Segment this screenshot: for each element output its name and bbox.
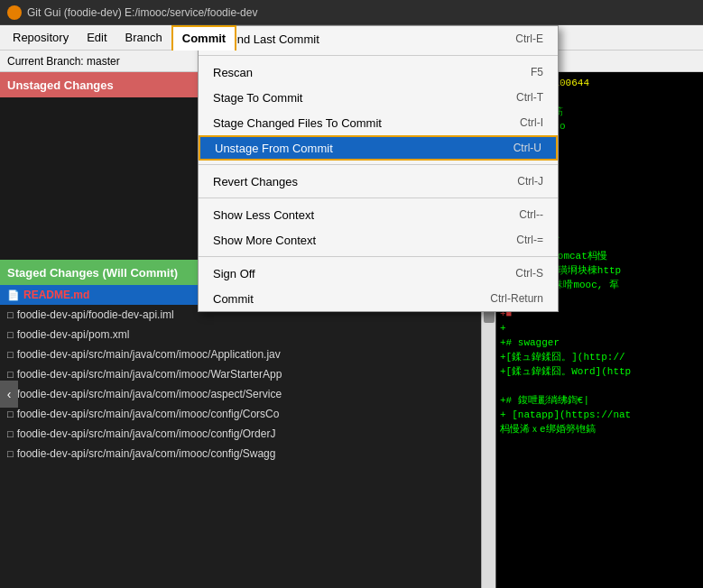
dropdown-item-label: Revert Changes: [213, 175, 298, 188]
dropdown-separator: [199, 164, 558, 165]
dropdown-separator: [199, 55, 558, 56]
dropdown-item-shortcut: Ctrl-I: [520, 116, 543, 129]
dropdown-item-stage-changed-files[interactable]: Stage Changed Files To CommitCtrl-I: [199, 110, 558, 135]
dropdown-item-label: Unstage From Commit: [215, 142, 333, 155]
code-line: +# 鍑呭彲绱绋鍧€|: [500, 393, 699, 408]
dropdown-item-revert-changes[interactable]: Revert ChangesCtrl-J: [199, 169, 558, 194]
dropdown-item-shortcut: Ctrl-=: [516, 234, 543, 246]
file-icon: 📄: [7, 289, 20, 301]
menu-item-branch[interactable]: Branch: [116, 25, 171, 51]
file-name: foodie-dev-api/src/main/java/com/imooc/c…: [17, 408, 280, 420]
app-icon: [7, 5, 22, 20]
file-icon: □: [7, 428, 14, 439]
file-name: foodie-dev-api/src/main/java/com/imooc/c…: [17, 427, 276, 440]
dropdown-item-stage-to-commit[interactable]: Stage To CommitCtrl-T: [199, 85, 558, 110]
file-icon: □: [7, 448, 14, 459]
dropdown-item-label: Sign Off: [213, 267, 255, 280]
code-line: +[鍒ュ鍏鍒囧。Word](http: [500, 364, 699, 379]
dropdown-item-show-less-context[interactable]: Show Less ContextCtrl--: [199, 202, 558, 227]
file-icon: □: [7, 409, 14, 419]
code-line: +# swagger: [500, 335, 699, 350]
dropdown-separator: [199, 198, 558, 198]
code-line: 杩慢浠ｘe绑婚簩铇鎬: [500, 422, 699, 436]
menu-item-edit[interactable]: Edit: [78, 25, 116, 51]
staged-file-item[interactable]: □foodie-dev-api/src/main/java/com/imooc/…: [0, 444, 481, 464]
file-name: foodie-dev-api/src/main/java/com/imooc/c…: [17, 447, 276, 460]
staged-file-list: 📄README.md□foodie-dev-api/foodie-dev-api…: [0, 285, 481, 588]
dropdown-item-show-more-context[interactable]: Show More ContextCtrl-=: [199, 227, 558, 253]
current-branch-label: Current Branch: master: [7, 55, 120, 68]
staged-file-item[interactable]: □foodie-dev-api/src/main/java/com/imooc/…: [0, 364, 481, 384]
dropdown-item-label: Show Less Context: [213, 208, 314, 222]
dropdown-item-label: Stage Changed Files To Commit: [213, 116, 382, 130]
dropdown-item-shortcut: Ctrl-U: [513, 142, 541, 154]
dropdown-item-shortcut: Ctrl-J: [517, 175, 543, 188]
staged-file-item[interactable]: □foodie-dev-api/src/main/java/com/imooc/…: [0, 424, 481, 444]
file-icon: □: [7, 329, 14, 340]
staged-file-item[interactable]: □foodie-dev-api/pom.xml: [0, 325, 481, 345]
commit-dropdown-menu: Amend Last CommitCtrl-ERescanF5Stage To …: [198, 25, 559, 312]
dropdown-item-shortcut: Ctrl-T: [516, 91, 543, 104]
code-line: + [natapp](https://nat: [500, 408, 699, 422]
dropdown-item-shortcut: Ctrl-S: [515, 267, 543, 280]
nav-arrow[interactable]: ‹: [0, 381, 18, 408]
file-icon: □: [7, 349, 14, 360]
dropdown-item-label: Stage To Commit: [213, 91, 302, 105]
title-bar: Git Gui (foodie-dev) E:/imooc/service/fo…: [0, 0, 703, 25]
dropdown-item-shortcut: Ctrl--: [519, 208, 543, 221]
file-name: foodie-dev-api/src/main/java/com/imooc/A…: [17, 348, 281, 361]
file-icon: □: [7, 369, 14, 380]
dropdown-item-shortcut: Ctrl-Return: [490, 292, 543, 305]
dropdown-item-amend-last-commit[interactable]: Amend Last CommitCtrl-E: [199, 26, 558, 51]
file-icon: □: [7, 309, 14, 320]
staged-scrollbar[interactable]: [481, 285, 495, 588]
file-name: foodie-dev-api/src/main/java/com/imooc/a…: [17, 388, 282, 400]
dropdown-item-shortcut: F5: [531, 66, 543, 78]
code-line: +: [500, 321, 699, 335]
dropdown-item-unstage-from-commit[interactable]: Unstage From CommitCtrl-U: [199, 135, 558, 161]
staged-file-item[interactable]: □foodie-dev-api/src/main/java/com/imooc/…: [0, 384, 481, 404]
dropdown-item-rescan[interactable]: RescanF5: [199, 60, 558, 85]
file-name: foodie-dev-api/src/main/java/com/imooc/W…: [17, 368, 282, 381]
dropdown-item-label: Commit: [213, 292, 254, 306]
code-line: +[鍒ュ鍏鍒囧。](http://: [500, 350, 699, 364]
staged-file-item[interactable]: □foodie-dev-api/src/main/java/com/imooc/…: [0, 404, 481, 424]
menu-item-commit[interactable]: Commit: [171, 25, 236, 51]
dropdown-separator: [199, 256, 558, 257]
staged-file-item[interactable]: □foodie-dev-api/src/main/java/com/imooc/…: [0, 345, 481, 364]
staged-with-scroll: 📄README.md□foodie-dev-api/foodie-dev-api…: [0, 285, 495, 588]
dropdown-item-sign-off[interactable]: Sign OffCtrl-S: [199, 261, 558, 286]
file-name: foodie-dev-api/foodie-dev-api.iml: [17, 308, 174, 321]
dropdown-item-shortcut: Ctrl-E: [515, 32, 543, 45]
file-name: foodie-dev-api/pom.xml: [17, 328, 130, 341]
file-name: README.md: [23, 289, 89, 301]
code-line: [500, 379, 699, 393]
dropdown-item-commit[interactable]: CommitCtrl-Return: [199, 286, 558, 311]
dropdown-item-label: Rescan: [213, 66, 253, 79]
dropdown-item-label: Show More Context: [213, 234, 316, 247]
title-text: Git Gui (foodie-dev) E:/imooc/service/fo…: [27, 6, 257, 19]
menu-item-repository[interactable]: Repository: [4, 25, 78, 51]
